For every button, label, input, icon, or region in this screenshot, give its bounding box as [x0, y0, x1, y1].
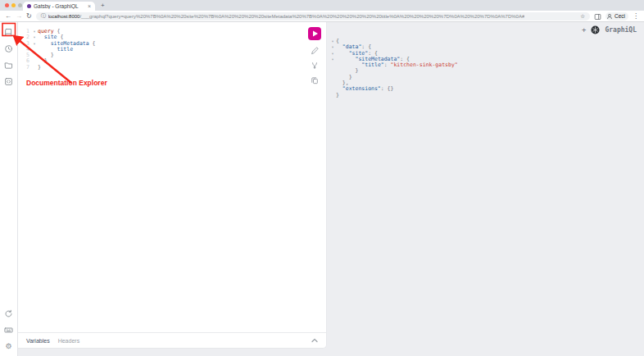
merge-fragments-button[interactable] [311, 61, 320, 70]
window-minimize-button[interactable] [11, 3, 16, 7]
response-line: "extensions": {} [329, 86, 644, 92]
code-text: "extensions": {} [336, 86, 393, 92]
bookmark-star-icon[interactable]: ☆ [580, 13, 585, 20]
graphiql-logo-icon [591, 25, 600, 34]
forward-button[interactable]: → [16, 13, 22, 20]
gatsby-favicon-icon [27, 4, 31, 8]
graphiql-sidebar: ⚙ [0, 22, 18, 356]
expand-editor-tools-button[interactable] [311, 338, 318, 343]
response-line: "title": "kitchen-sink-gatsby" [329, 62, 644, 68]
window-controls [5, 3, 22, 7]
response-line: ▾{ [329, 39, 644, 44]
docs-book-icon [4, 28, 13, 37]
code-exporter-button[interactable] [3, 76, 14, 87]
address-bar[interactable]: ⓘ localhost:8000/___graphql?query=query%… [36, 12, 590, 21]
query-code[interactable]: 1▾query {2▾ site {3▾ siteMetadata {4 tit… [21, 29, 326, 71]
folder-icon [4, 61, 13, 70]
tab-variables[interactable]: Variables [26, 338, 50, 344]
url-path: /___graphql?query=query%20%7B%0A%20%20si… [79, 14, 524, 19]
new-tab-button[interactable]: + [101, 2, 105, 9]
prettify-query-button[interactable] [311, 46, 320, 55]
code-text: } [38, 65, 41, 71]
tab-headers[interactable]: Headers [58, 338, 79, 344]
query-editor-line[interactable]: 5 } [21, 52, 326, 58]
query-editor[interactable]: 1▾query {2▾ site {3▾ siteMetadata {4 tit… [18, 22, 326, 332]
response-line: } [329, 75, 644, 80]
execute-query-button[interactable] [308, 27, 321, 40]
settings-button[interactable]: ⚙ [3, 341, 14, 352]
query-editor-line[interactable]: 1▾query { [21, 29, 326, 34]
code-text: } [336, 93, 339, 98]
editor-toolbar [308, 27, 321, 84]
graphiql-app: ⚙ 1▾query {2▾ site {3▾ siteMetadata {4 t… [0, 22, 644, 356]
profile-chip[interactable]: Ceci [605, 12, 628, 21]
side-panel-icon[interactable] [594, 9, 601, 24]
fold-arrow-icon[interactable]: ▾ [329, 44, 336, 50]
prettify-pen-icon [311, 47, 319, 55]
merge-icon [311, 62, 319, 70]
query-editor-line[interactable]: 6 } [21, 58, 326, 64]
query-editor-panel: 1▾query {2▾ site {3▾ siteMetadata {4 tit… [18, 22, 327, 349]
query-editor-line[interactable]: 7} [21, 65, 326, 71]
query-editor-line[interactable]: 4 title [21, 47, 326, 52]
code-exporter-icon [4, 77, 13, 86]
url-text: localhost:8000/___graphql?query=query%20… [48, 14, 578, 19]
browser-tab-strip: Gatsby - GraphiQL × + [0, 0, 644, 11]
copy-query-button[interactable] [311, 75, 320, 84]
window-zoom-button[interactable] [18, 3, 22, 7]
graphiql-workspace: 1▾query {2▾ site {3▾ siteMetadata {4 tit… [18, 22, 644, 356]
reload-button[interactable]: ↻ [26, 13, 32, 20]
gear-icon: ⚙ [5, 343, 11, 350]
close-tab-icon[interactable]: × [88, 3, 91, 9]
back-button[interactable]: ← [5, 13, 11, 20]
chrome-actions: Ceci ⋮ [594, 9, 639, 24]
browser-tab[interactable]: Gatsby - GraphiQL × [23, 2, 95, 11]
browser-toolbar: ← → ↻ ⓘ localhost:8000/___graphql?query=… [0, 11, 644, 22]
history-clock-icon [4, 44, 13, 53]
fold-arrow-icon[interactable]: ▾ [31, 29, 38, 34]
fold-arrow-icon[interactable]: ▾ [329, 57, 336, 62]
avatar [606, 13, 613, 20]
fold-arrow-icon[interactable]: ▾ [31, 41, 38, 47]
keyboard-icon [4, 326, 13, 335]
site-info-icon[interactable]: ⓘ [41, 12, 46, 20]
window-close-button[interactable] [5, 3, 9, 7]
chrome-menu-icon[interactable]: ⋮ [633, 12, 639, 20]
refetch-schema-button[interactable] [3, 308, 14, 319]
profile-name: Ceci [615, 13, 625, 19]
fold-arrow-icon[interactable]: ▾ [329, 39, 336, 44]
graphiql-logo-label: GraphiQL [605, 27, 637, 33]
url-host: localhost:8000 [48, 14, 80, 19]
play-icon [310, 29, 320, 39]
response-panel: + GraphiQL ▾{▾ "data": {▾ "site": {▾ "si… [327, 22, 644, 356]
session-header: + GraphiQL [582, 25, 637, 34]
browser-window: Gatsby - GraphiQL × + ← → ↻ ⓘ localhost:… [0, 0, 644, 356]
editor-tools-bar: Variables Headers [18, 332, 326, 348]
response-line: } [329, 68, 644, 74]
fold-arrow-icon[interactable]: ▾ [31, 34, 38, 40]
fold-arrow-icon[interactable]: ▾ [329, 51, 336, 57]
response-viewer: ▾{▾ "data": {▾ "site": {▾ "siteMetadata"… [329, 39, 644, 98]
explorer-plugin-button[interactable] [3, 60, 14, 71]
refresh-icon [4, 309, 13, 318]
copy-icon [311, 76, 319, 84]
keyboard-shortcuts-button[interactable] [3, 325, 14, 335]
chevron-up-icon [311, 338, 318, 343]
response-line: } [329, 93, 644, 98]
line-number: 7 [21, 65, 31, 71]
tab-title: Gatsby - GraphiQL [34, 3, 85, 9]
add-tab-button[interactable]: + [582, 26, 586, 34]
history-button[interactable] [3, 43, 14, 54]
docs-explorer-button[interactable] [3, 27, 14, 38]
